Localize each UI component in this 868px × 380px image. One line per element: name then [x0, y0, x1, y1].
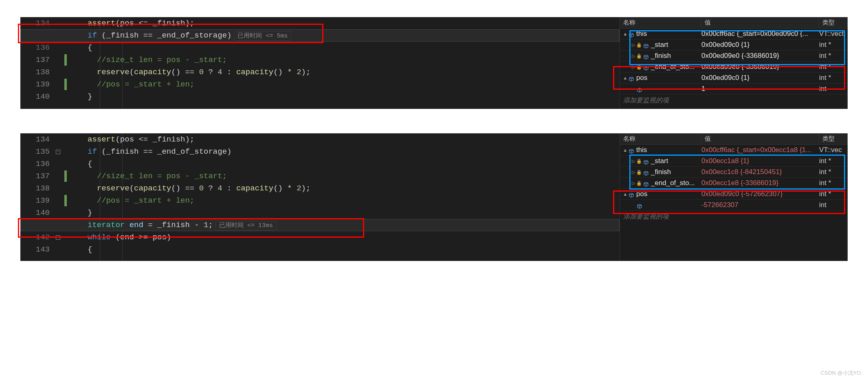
code-line[interactable]: 142−while (end >= pos)	[20, 231, 620, 243]
col-name[interactable]: 名称	[620, 17, 701, 28]
code-text[interactable]: //pos = _start + len;	[67, 196, 194, 205]
code-text[interactable]: assert(pos <= _finish);	[67, 19, 194, 28]
watch-row[interactable]: ▷🔒_start0x00ed09c0 {1}int *	[620, 40, 848, 51]
watch-name-cell[interactable]: ▷🔒_end_of_sto...	[620, 179, 701, 187]
expand-icon[interactable]: ▲	[622, 192, 628, 197]
code-text[interactable]: iterator end = _finish - 1;已用时间 <= 13ms	[67, 221, 277, 230]
fold-toggle-icon[interactable]: −	[56, 150, 60, 154]
line-number: 134	[31, 135, 52, 144]
expand-icon[interactable]: ▲	[622, 148, 628, 152]
watch-row[interactable]: ▷🔒_start0x00ecc1a8 {1}int *	[620, 156, 848, 167]
watch-row[interactable]: ▷🔒_end_of_sto...0x00ecc1e8 {-33686019}in…	[620, 178, 848, 189]
col-type[interactable]: 类型	[819, 17, 848, 28]
code-text[interactable]: {	[67, 159, 92, 168]
code-line[interactable]: ➡141iterator end = _finish - 1;已用时间 <= 1…	[20, 219, 620, 231]
code-text[interactable]: reserve(capacity() == 0 ? 4 : capacity()…	[67, 184, 310, 193]
watch-value-cell[interactable]: 0x00ed09e0 {-33686019}	[701, 52, 819, 60]
watch-value-cell[interactable]: 0x00cff6ac {_start=0x00ed09c0 {...	[701, 30, 819, 38]
expand-icon[interactable]: ▷	[631, 64, 636, 70]
code-text[interactable]: //pos = _start + len;	[67, 80, 194, 89]
watch-value-cell[interactable]: 1	[701, 85, 819, 93]
watch-name-cell[interactable]: ▲pos	[620, 74, 701, 82]
watch-value-cell[interactable]: -572662307	[701, 201, 819, 209]
col-value[interactable]: 值	[701, 133, 819, 144]
expand-icon[interactable]: ▷	[631, 181, 636, 186]
code-text[interactable]: //size_t len = pos - _start;	[67, 55, 227, 64]
code-editor-2[interactable]: 134assert(pos <= _finish);135−if (_finis…	[20, 133, 620, 261]
expand-icon[interactable]: ▷	[631, 159, 636, 164]
watch-row[interactable]: ▲pos0x00ed09c0 {-572662307}int *	[620, 189, 848, 200]
expand-icon[interactable]: ▷	[631, 53, 636, 59]
watch-value-cell[interactable]: 0x00ed09e0 {-33686019}	[701, 63, 819, 71]
code-line[interactable]: 139 //pos = _start + len;	[20, 78, 620, 91]
watch-value-cell[interactable]: 0x00ecc1c8 {-842150451}	[701, 168, 819, 176]
watch-row[interactable]: ▲pos0x00ed09c0 {1}int *	[620, 73, 848, 84]
code-text[interactable]: //size_t len = pos - _start;	[67, 172, 227, 181]
watch-type-cell: int *	[819, 52, 848, 60]
watch-row[interactable]: ▷🔒_finish0x00ed09e0 {-33686019}int *	[620, 51, 848, 62]
code-text[interactable]: while (end >= pos)	[67, 233, 171, 242]
code-editor-1[interactable]: 134assert(pos <= _finish);➡135−if (_fini…	[20, 17, 620, 109]
code-text[interactable]: if (_finish == _end_of_storage)已用时间 <= 5…	[67, 31, 291, 40]
watch-name-cell[interactable]: ▲pos	[620, 190, 701, 198]
expand-icon[interactable]: ▲	[622, 31, 628, 36]
watch-value-cell[interactable]: 0x00cff6ac {_start=0x00ecc1a8 {1...	[701, 146, 819, 154]
watch-row[interactable]: ▲this0x00cff6ac {_start=0x00ecc1a8 {1...…	[620, 145, 848, 156]
watch-name-cell[interactable]	[620, 86, 701, 91]
expand-icon[interactable]: ▷	[631, 170, 636, 175]
watch-value-cell[interactable]: 0x00ecc1e8 {-33686019}	[701, 179, 819, 187]
change-mark-icon	[64, 170, 67, 182]
watch-value-cell[interactable]: 0x00ecc1a8 {1}	[701, 157, 819, 165]
watch-name-cell[interactable]: ▲this	[620, 146, 701, 154]
expand-icon[interactable]: ▷	[631, 42, 636, 48]
watch-name-cell[interactable]: ▷🔒_start	[620, 157, 701, 165]
watch-row[interactable]: ▷🔒_finish0x00ecc1c8 {-842150451}int *	[620, 167, 848, 178]
code-text[interactable]: {	[67, 245, 92, 254]
watch-value-cell[interactable]: 0x00ed09c0 {1}	[701, 74, 819, 82]
code-line[interactable]: 138 reserve(capacity() == 0 ? 4 : capaci…	[20, 66, 620, 78]
watch-row[interactable]: 1int	[620, 84, 848, 95]
code-text[interactable]: {	[67, 43, 92, 52]
code-text[interactable]: if (_finish == _end_of_storage)	[67, 147, 231, 156]
col-type[interactable]: 类型	[819, 133, 848, 144]
code-text[interactable]: }	[67, 208, 92, 217]
watch-row[interactable]: ▷🔒_end_of_sto...0x00ed09e0 {-33686019}in…	[620, 62, 848, 73]
watch-name-cell[interactable]: ▷🔒_end_of_sto...	[620, 63, 701, 71]
fold-gutter[interactable]: −	[52, 150, 64, 154]
code-line[interactable]: 139 //pos = _start + len;	[20, 194, 620, 207]
watch-row[interactable]: -572662307int	[620, 200, 848, 211]
watch-panel-1[interactable]: 名称值类型▲this0x00cff6ac {_start=0x00ed09c0 …	[620, 17, 848, 109]
watch-name-cell[interactable]: ▷🔒_finish	[620, 52, 701, 60]
code-line[interactable]: 140}	[20, 207, 620, 219]
col-value[interactable]: 值	[701, 17, 819, 28]
code-line[interactable]: 134assert(pos <= _finish);	[20, 133, 620, 146]
watch-add-item[interactable]: 添加要监视的项	[620, 95, 848, 106]
watch-row[interactable]: ▲this0x00cff6ac {_start=0x00ed09c0 {...V…	[620, 29, 848, 40]
watch-name-cell[interactable]	[620, 203, 701, 208]
watch-name-cell[interactable]: ▷🔒_start	[620, 41, 701, 49]
code-line[interactable]: ➡135−if (_finish == _end_of_storage)已用时间…	[20, 29, 620, 42]
col-name[interactable]: 名称	[620, 133, 701, 144]
code-line[interactable]: 136{	[20, 42, 620, 54]
code-text[interactable]: assert(pos <= _finish);	[67, 135, 194, 144]
fold-toggle-icon[interactable]: −	[56, 235, 60, 240]
watch-value-cell[interactable]: 0x00ed09c0 {1}	[701, 41, 819, 49]
expand-icon[interactable]: ▲	[622, 75, 628, 80]
code-line[interactable]: 137 //size_t len = pos - _start;	[20, 170, 620, 182]
code-line[interactable]: 143{	[20, 243, 620, 256]
fold-gutter[interactable]: −	[52, 235, 64, 240]
watch-name-cell[interactable]: ▷🔒_finish	[620, 168, 701, 176]
watch-add-item[interactable]: 添加要监视的项	[620, 211, 848, 223]
watch-value-cell[interactable]: 0x00ed09c0 {-572662307}	[701, 190, 819, 198]
code-line[interactable]: 138 reserve(capacity() == 0 ? 4 : capaci…	[20, 182, 620, 194]
code-line[interactable]: 137 //size_t len = pos - _start;	[20, 54, 620, 66]
watch-panel-2[interactable]: 名称值类型▲this0x00cff6ac {_start=0x00ecc1a8 …	[620, 133, 848, 261]
code-line[interactable]: 135−if (_finish == _end_of_storage)	[20, 146, 620, 158]
code-line[interactable]: 134assert(pos <= _finish);	[20, 17, 620, 29]
watch-name-cell[interactable]: ▲this	[620, 30, 701, 38]
code-text[interactable]: }	[67, 92, 92, 101]
code-line[interactable]: 136{	[20, 158, 620, 170]
code-text[interactable]: reserve(capacity() == 0 ? 4 : capacity()…	[67, 68, 310, 77]
line-number: 135	[31, 147, 52, 156]
code-line[interactable]: 140}	[20, 91, 620, 103]
